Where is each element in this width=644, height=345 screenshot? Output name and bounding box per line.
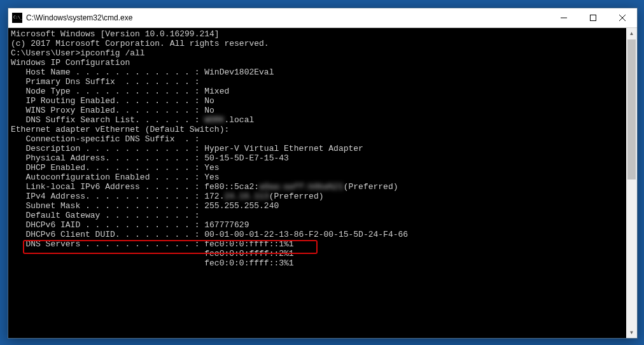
output-line: IP Routing Enabled. . . . . . . . : No [11, 96, 626, 106]
terminal-output[interactable]: Microsoft Windows [Version 10.0.16299.21… [8, 28, 626, 338]
section-header: Windows IP Configuration [11, 58, 626, 67]
output-line: DNS Suffix Search List. . . . . . : WORK… [11, 115, 626, 125]
adapter-header: Ethernet adapter vEthernet (Default Swit… [11, 125, 626, 134]
output-line: Connection-specific DNS Suffix . : [11, 134, 626, 144]
text-segment: DNS Suffix Search List. . . . . . : [11, 115, 204, 125]
redacted-text: a0aa:aaff:b0ba%21 [259, 182, 344, 192]
output-line: Link-local IPv6 Address . . . . . : fe80… [11, 182, 626, 192]
output-line: DHCPv6 Client DUID. . . . . . . . : 00-0… [11, 230, 626, 239]
output-line: IPv4 Address. . . . . . . . . . . : 172.… [11, 192, 626, 201]
redacted-text: WORK [204, 115, 224, 125]
cmd-window: C:\Windows\system32\cmd.exe Microsoft Wi… [8, 8, 638, 339]
scroll-down-arrow[interactable]: ▼ [626, 327, 637, 338]
client-area: Microsoft Windows [Version 10.0.16299.21… [8, 28, 637, 338]
cmd-icon [12, 13, 22, 23]
scroll-thumb[interactable] [627, 39, 636, 180]
text-segment: (Preferred) [344, 182, 398, 192]
output-line: Microsoft Windows [Version 10.0.16299.21… [11, 29, 626, 39]
scroll-up-arrow[interactable]: ▲ [626, 28, 637, 39]
prompt-line: C:\Users\User>ipconfig /all [11, 48, 626, 58]
output-line: Primary Dns Suffix . . . . . . . : [11, 77, 626, 87]
output-line: Node Type . . . . . . . . . . . . : Mixe… [11, 87, 626, 96]
close-button[interactable] [608, 8, 637, 27]
redacted-text: 24.16.113 [224, 192, 269, 201]
text-segment: IPv4 Address. . . . . . . . . . . : 172. [11, 192, 224, 201]
text-segment: (Preferred) [269, 192, 324, 201]
output-line: DNS Servers . . . . . . . . . . . : fec0… [11, 239, 626, 249]
output-line: Description . . . . . . . . . . . : Hype… [11, 144, 626, 153]
output-line: Autoconfiguration Enabled . . . . : Yes [11, 172, 626, 182]
titlebar[interactable]: C:\Windows\system32\cmd.exe [8, 8, 637, 28]
output-line: DHCP Enabled. . . . . . . . . . . : Yes [11, 163, 626, 172]
minimize-button[interactable] [549, 8, 578, 27]
output-line: fec0:0:0:ffff::3%1 [11, 258, 626, 268]
output-line: Subnet Mask . . . . . . . . . . . : 255.… [11, 201, 626, 211]
output-line: WINS Proxy Enabled. . . . . . . . : No [11, 106, 626, 115]
output-line: (c) 2017 Microsoft Corporation. All righ… [11, 39, 626, 48]
svg-rect-1 [591, 15, 596, 21]
text-segment: .local [224, 115, 254, 125]
maximize-button[interactable] [578, 8, 608, 27]
output-line: fec0:0:0:ffff::2%1 [11, 249, 626, 258]
window-controls [549, 8, 637, 27]
output-line: Host Name . . . . . . . . . . . . : WinD… [11, 67, 626, 77]
output-line: Default Gateway . . . . . . . . . : [11, 211, 626, 220]
physical-address-line: Physical Address. . . . . . . . . : 50-1… [11, 153, 626, 163]
window-title: C:\Windows\system32\cmd.exe [26, 13, 549, 22]
text-segment: Link-local IPv6 Address . . . . . : fe80… [11, 182, 259, 192]
output-line: DHCPv6 IAID . . . . . . . . . . . : 1677… [11, 220, 626, 230]
vertical-scrollbar[interactable]: ▲ ▼ [626, 28, 637, 338]
